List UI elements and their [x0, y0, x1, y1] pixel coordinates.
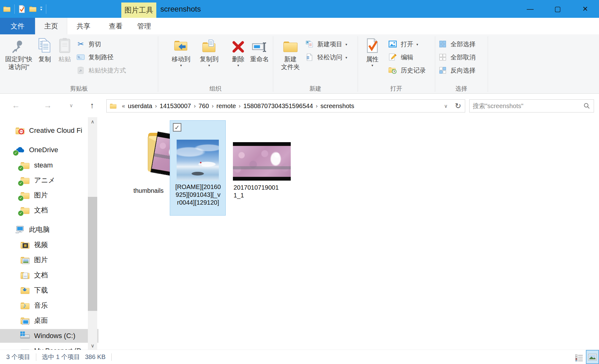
delete-button[interactable]: 删除 ▾: [228, 36, 248, 67]
breadcrumb-141530007[interactable]: 141530007: [160, 102, 191, 110]
close-button[interactable]: ✕: [571, 0, 599, 18]
ribbon-group-new: 新建 文件夹 新建项目 ▾ 轻松访问 ▾ 新建: [273, 34, 358, 93]
copy-path-button[interactable]: \\.. 复制路径: [76, 51, 157, 64]
qat-properties-icon[interactable]: [18, 5, 25, 13]
sidebar-item-my-passport-d[interactable]: My Passport (D: [0, 344, 98, 350]
address-dropdown-chevron-icon[interactable]: ∨: [444, 103, 451, 109]
rename-button[interactable]: 重命名: [246, 36, 273, 63]
recent-locations-chevron-icon[interactable]: ∨: [69, 94, 73, 117]
copy-to-icon: [201, 36, 217, 53]
breadcrumb-userdata[interactable]: userdata: [128, 102, 152, 110]
quick-access-toolbar: ▾: [3, 0, 46, 18]
edit-pencil-icon: [388, 53, 398, 61]
sidebar-item-onedrive-documents[interactable]: ✓ 文档: [0, 203, 98, 217]
breadcrumb-separator: ›: [152, 103, 160, 109]
breadcrumb-15808707304351596544[interactable]: 15808707304351596544: [244, 102, 313, 110]
sidebar-item-onedrive[interactable]: ✓ OneDrive: [0, 143, 98, 157]
cut-scissors-icon: ✂: [76, 40, 85, 48]
sidebar-item-downloads[interactable]: 下载: [0, 283, 98, 297]
pin-to-quick-access-button[interactable]: 固定到"快 速访问": [3, 36, 35, 71]
sidebar-item-anime[interactable]: ✓ アニメ: [0, 173, 98, 187]
ribbon-group-open: 属性 ▾ 打开 ▾ 编辑: [358, 34, 435, 93]
qat-customize-caret-icon[interactable]: ▾: [40, 7, 42, 11]
breadcrumb-separator: ›: [236, 103, 244, 109]
breadcrumb-remote[interactable]: remote: [216, 102, 236, 110]
back-icon[interactable]: ←: [12, 94, 20, 117]
file-label: 2017010719001 1_1: [234, 184, 292, 199]
windows-drive-icon: [20, 332, 30, 340]
sidebar-item-music[interactable]: ♪ 音乐: [0, 299, 98, 312]
copy-to-button[interactable]: 复制到 ▾: [195, 36, 223, 67]
move-to-button[interactable]: 移动到 ▾: [167, 36, 195, 67]
qat-folder-icon[interactable]: [3, 6, 11, 12]
address-bar[interactable]: « userdata › 141530007 › 760 › remote › …: [106, 99, 452, 112]
file-tile-20170107190011[interactable]: 2017010719001 1_1: [233, 120, 292, 202]
select-all-button[interactable]: 全部选择: [438, 37, 487, 51]
sidebar-item-steam[interactable]: ✓ steam: [0, 158, 98, 172]
file-list: thumbnails ✓ [ROAME][20160 925][091043][…: [98, 117, 599, 350]
breadcrumb-screenshots[interactable]: screenshots: [320, 102, 354, 110]
sidebar-item-videos[interactable]: 视频: [0, 238, 98, 252]
sidebar-item-documents[interactable]: 文档: [0, 268, 98, 282]
qat-separator: [14, 4, 15, 14]
sidebar-item-desktop[interactable]: 桌面: [0, 314, 98, 327]
scrollbar-thumb[interactable]: [88, 197, 97, 311]
group-label-open: 打开: [358, 85, 435, 93]
image-thumbnail: [177, 140, 219, 181]
sidebar-item-pictures[interactable]: 图片: [0, 253, 98, 267]
forward-icon[interactable]: →: [44, 94, 52, 117]
tab-share[interactable]: 共享: [68, 18, 99, 34]
rename-icon: [252, 36, 267, 53]
tab-manage[interactable]: 管理: [132, 18, 156, 34]
edit-button[interactable]: 编辑: [388, 51, 435, 64]
properties-button[interactable]: 属性 ▾: [363, 36, 382, 67]
details-view-button[interactable]: [573, 351, 586, 364]
cut-button[interactable]: ✂ 剪切: [76, 37, 157, 51]
easy-access-button[interactable]: 轻松访问 ▾: [305, 51, 357, 64]
tab-home[interactable]: 主页: [35, 18, 67, 34]
picture-tools-context-tab[interactable]: 图片工具: [121, 2, 156, 18]
scroll-up-icon[interactable]: ∧: [88, 117, 97, 126]
large-icons-view-button[interactable]: [586, 350, 599, 364]
minimize-button[interactable]: —: [516, 0, 544, 18]
up-icon[interactable]: ↑: [90, 94, 94, 117]
group-label-select: 选择: [435, 85, 488, 93]
select-all-icon: [438, 41, 447, 47]
tab-file[interactable]: 文件: [0, 18, 35, 34]
breadcrumb-760[interactable]: 760: [199, 102, 209, 110]
item-count: 3 个项目: [6, 353, 30, 361]
navigation-bar: ← → ∨ ↑ « userdata › 141530007 › 760 › r…: [0, 94, 599, 117]
invert-selection-button[interactable]: 反向选择: [438, 64, 487, 77]
select-none-button[interactable]: 全部取消: [438, 51, 487, 64]
sidebar-item-windows-c[interactable]: Windows (C:): [0, 329, 98, 343]
paste-shortcut-icon: [76, 67, 85, 74]
sidebar-item-this-pc[interactable]: 此电脑: [0, 223, 98, 237]
maximize-button[interactable]: ▢: [544, 0, 571, 18]
scroll-down-icon[interactable]: ∨: [88, 341, 97, 350]
open-button[interactable]: 打开 ▾: [388, 37, 435, 51]
sidebar-item-onedrive-pictures[interactable]: ✓ 图片: [0, 188, 98, 202]
refresh-button[interactable]: ↻: [451, 99, 465, 112]
creative-cloud-folder-icon: Cc: [15, 126, 25, 135]
new-item-button[interactable]: 新建项目 ▾: [305, 37, 357, 51]
history-button[interactable]: 历史记录: [388, 64, 435, 77]
copy-path-icon: \\..: [76, 54, 85, 60]
qat-new-folder-icon[interactable]: [29, 6, 37, 12]
search-input[interactable]: [470, 102, 584, 110]
sync-check-badge: ✓: [18, 180, 24, 186]
paste-button[interactable]: 粘贴: [55, 36, 74, 63]
tab-view[interactable]: 查看: [99, 18, 132, 34]
folder-icon: ✓: [20, 161, 30, 170]
file-tile-roame-selected[interactable]: ✓ [ROAME][20160 925][091043][_v r0044][1…: [170, 120, 226, 216]
history-icon: [388, 67, 398, 74]
documents-folder-icon: [20, 271, 30, 280]
sidebar-scrollbar[interactable]: ∧ ∨: [88, 117, 97, 350]
status-separator: [111, 353, 112, 361]
new-folder-button[interactable]: 新建 文件夹: [277, 36, 304, 71]
selection-checkbox[interactable]: ✓: [173, 123, 181, 132]
search-icon[interactable]: [584, 103, 594, 109]
paste-shortcut-button[interactable]: 粘贴快捷方式: [76, 64, 157, 77]
sidebar-item-creative-cloud[interactable]: Cc Creative Cloud Fi: [0, 124, 98, 137]
copy-button[interactable]: 复制: [35, 36, 54, 63]
move-to-icon: [173, 36, 189, 53]
